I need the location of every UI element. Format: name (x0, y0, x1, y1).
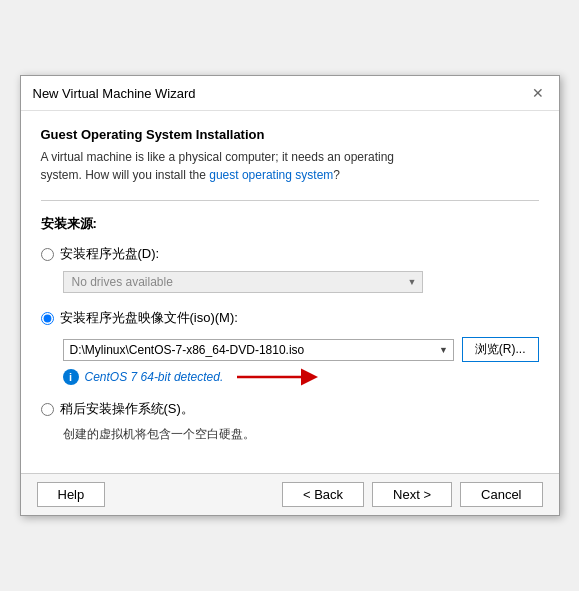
back-button[interactable]: < Back (282, 482, 364, 507)
optical-drive-radio[interactable] (41, 248, 54, 261)
help-button[interactable]: Help (37, 482, 106, 507)
close-button[interactable]: ✕ (529, 84, 547, 102)
description-line2-post: ? (333, 168, 340, 182)
later-label[interactable]: 稍后安装操作系统(S)。 (60, 400, 194, 418)
iso-path-dropdown[interactable]: D:\Mylinux\CentOS-7-x86_64-DVD-1810.iso (63, 339, 454, 361)
iso-radio-row: 安装程序光盘映像文件(iso)(M): (41, 309, 539, 327)
optical-drive-label[interactable]: 安装程序光盘(D): (60, 245, 160, 263)
iso-radio[interactable] (41, 312, 54, 325)
dialog-window: New Virtual Machine Wizard ✕ Guest Opera… (20, 75, 560, 516)
browse-button[interactable]: 浏览(R)... (462, 337, 539, 362)
cancel-button[interactable]: Cancel (460, 482, 542, 507)
optical-drive-radio-row: 安装程序光盘(D): (41, 245, 539, 263)
section-title: Guest Operating System Installation (41, 127, 539, 142)
later-radio-section: 稍后安装操作系统(S)。 创建的虚拟机将包含一个空白硬盘。 (41, 400, 539, 443)
optical-dropdown-wrapper: No drives available (63, 271, 423, 293)
iso-label[interactable]: 安装程序光盘映像文件(iso)(M): (60, 309, 238, 327)
description-link: guest operating system (209, 168, 333, 182)
dialog-title: New Virtual Machine Wizard (33, 86, 196, 101)
section-divider (41, 200, 539, 201)
red-arrow-indicator (235, 366, 325, 388)
next-button[interactable]: Next > (372, 482, 452, 507)
later-radio-row: 稍后安装操作系统(S)。 (41, 400, 539, 418)
optical-drive-dropdown[interactable]: No drives available (63, 271, 423, 293)
description: A virtual machine is like a physical com… (41, 148, 539, 184)
footer-right: < Back Next > Cancel (282, 482, 543, 507)
description-line2-pre: system. How will you install the (41, 168, 210, 182)
footer-left: Help (37, 482, 106, 507)
iso-path-wrapper: D:\Mylinux\CentOS-7-x86_64-DVD-1810.iso (63, 339, 454, 361)
info-icon: i (63, 369, 79, 385)
title-bar: New Virtual Machine Wizard ✕ (21, 76, 559, 111)
later-description: 创建的虚拟机将包含一个空白硬盘。 (63, 426, 539, 443)
detection-row: i CentOS 7 64-bit detected. (63, 366, 539, 388)
description-line1: A virtual machine is like a physical com… (41, 150, 395, 164)
detection-text: CentOS 7 64-bit detected. (85, 370, 224, 384)
later-radio[interactable] (41, 403, 54, 416)
install-source-label: 安装来源: (41, 215, 539, 233)
iso-input-row: D:\Mylinux\CentOS-7-x86_64-DVD-1810.iso … (63, 337, 539, 362)
optical-drive-dropdown-row: No drives available (63, 271, 539, 293)
dialog-content: Guest Operating System Installation A vi… (21, 111, 559, 459)
dialog-footer: Help < Back Next > Cancel (21, 474, 559, 515)
